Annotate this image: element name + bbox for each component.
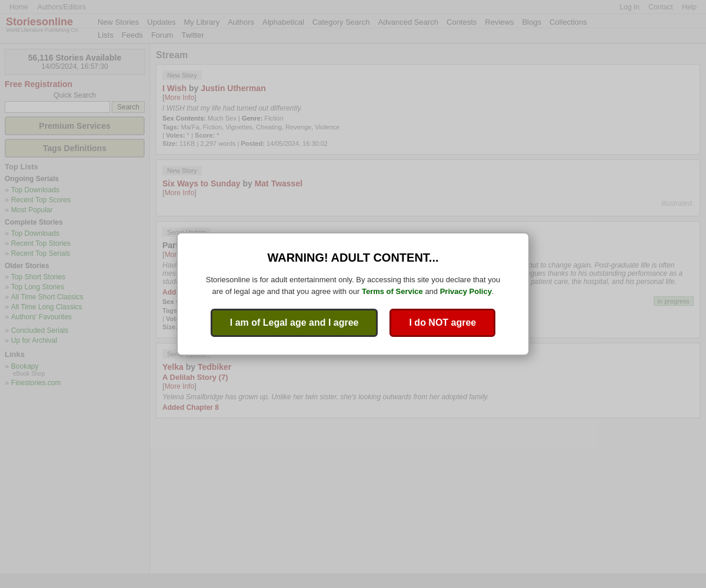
agree-button[interactable]: I am of Legal age and I agree bbox=[211, 309, 378, 337]
modal-and-text: and bbox=[425, 287, 439, 296]
modal-end-text: . bbox=[492, 287, 494, 296]
privacy-link[interactable]: Privacy Policy bbox=[440, 287, 492, 296]
modal-dialog: WARNING! ADULT CONTENT... Storiesonline … bbox=[176, 232, 530, 356]
tos-link[interactable]: Terms of Service bbox=[362, 287, 423, 296]
modal-buttons: I am of Legal age and I agree I do NOT a… bbox=[201, 309, 505, 337]
modal-overlay: WARNING! ADULT CONTENT... Storiesonline … bbox=[0, 0, 706, 573]
modal-body: Storiesonline is for adult entertainment… bbox=[201, 274, 505, 297]
modal-title: WARNING! ADULT CONTENT... bbox=[201, 251, 505, 265]
disagree-button[interactable]: I do NOT agree bbox=[389, 309, 495, 337]
